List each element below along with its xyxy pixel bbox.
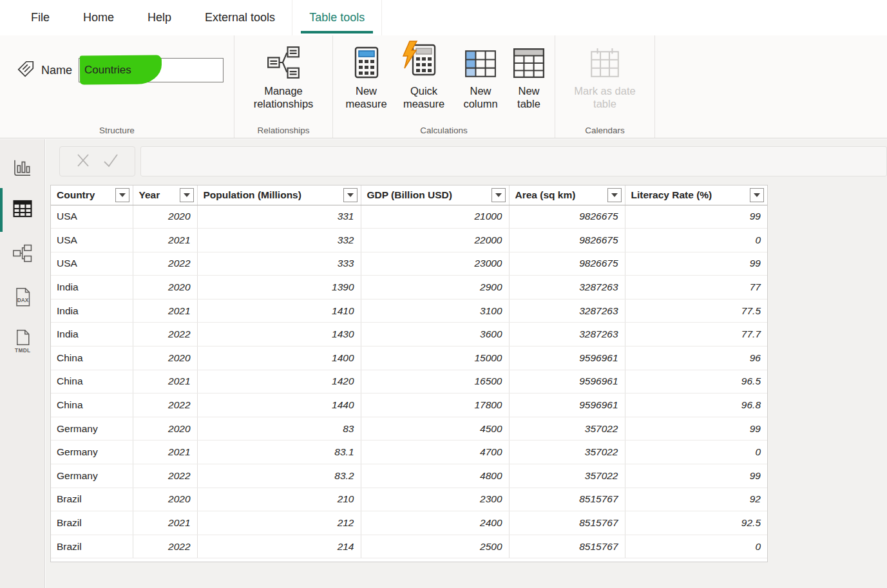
cell-value[interactable]: 23000 xyxy=(361,252,509,276)
cell-value[interactable]: 96 xyxy=(625,346,767,370)
cell-value[interactable]: 2020 xyxy=(133,205,197,229)
sidebar-item-tmdl-view[interactable]: TMDL xyxy=(0,328,44,357)
column-header-year[interactable]: Year xyxy=(133,185,197,205)
cell-value[interactable]: 99 xyxy=(625,464,767,488)
quick-measure-button[interactable]: Quick measure xyxy=(396,44,452,110)
cell-value[interactable]: 2021 xyxy=(133,511,197,535)
cell-country[interactable]: China xyxy=(51,346,133,370)
cancel-x-icon[interactable] xyxy=(75,152,91,171)
cell-value[interactable]: 8515767 xyxy=(509,488,625,511)
cell-value[interactable]: 2020 xyxy=(133,346,197,370)
mark-as-date-table-button[interactable]: Mark as date table xyxy=(565,44,645,110)
cell-value[interactable]: 357022 xyxy=(509,464,625,488)
sidebar-item-dax-query-view[interactable]: DAX xyxy=(0,285,44,313)
cell-value[interactable]: 99 xyxy=(625,205,767,229)
cell-value[interactable]: 92 xyxy=(625,488,767,511)
cell-value[interactable]: 212 xyxy=(197,511,361,535)
cell-country[interactable]: China xyxy=(51,394,133,417)
column-header-area[interactable]: Area (sq km) xyxy=(509,185,625,205)
cell-value[interactable]: 333 xyxy=(197,252,361,276)
sidebar-item-report-view[interactable] xyxy=(0,155,44,183)
tab-home[interactable]: Home xyxy=(66,0,131,35)
cell-value[interactable]: 21000 xyxy=(361,205,509,229)
cell-value[interactable]: 2022 xyxy=(133,252,197,276)
sidebar-item-data-view[interactable] xyxy=(0,196,44,224)
cell-value[interactable]: 9826675 xyxy=(509,252,625,276)
cell-value[interactable]: 1440 xyxy=(197,394,361,417)
cell-value[interactable]: 9596961 xyxy=(509,394,625,417)
cell-value[interactable]: 3287263 xyxy=(509,323,625,346)
cell-value[interactable]: 2021 xyxy=(133,229,197,252)
cell-value[interactable]: 1430 xyxy=(197,323,361,346)
formula-bar-input[interactable] xyxy=(140,146,887,176)
cell-value[interactable]: 357022 xyxy=(509,417,625,441)
cell-value[interactable]: 0 xyxy=(625,441,767,464)
cell-country[interactable]: Germany xyxy=(51,464,133,488)
cell-value[interactable]: 83.1 xyxy=(197,441,361,464)
cell-value[interactable]: 2021 xyxy=(133,370,197,394)
new-measure-button[interactable]: New measure xyxy=(339,44,394,110)
cell-value[interactable]: 96.8 xyxy=(625,394,767,417)
cell-value[interactable]: 3600 xyxy=(361,323,509,346)
column-header-population[interactable]: Population (Millions) xyxy=(197,185,361,205)
sidebar-item-model-view[interactable] xyxy=(0,241,44,269)
cell-value[interactable]: 2020 xyxy=(133,417,197,441)
cell-country[interactable]: India xyxy=(51,299,133,323)
cell-value[interactable]: 1420 xyxy=(197,370,361,394)
cell-value[interactable]: 3287263 xyxy=(509,299,625,323)
cell-country[interactable]: USA xyxy=(51,229,133,252)
cell-value[interactable]: 9826675 xyxy=(509,205,625,229)
cell-country[interactable]: USA xyxy=(51,205,133,229)
cell-value[interactable]: 16500 xyxy=(361,370,509,394)
commit-check-icon[interactable] xyxy=(102,152,120,171)
new-table-button[interactable]: New table xyxy=(509,44,549,110)
cell-value[interactable]: 77.7 xyxy=(625,323,767,346)
cell-value[interactable]: 2022 xyxy=(133,464,197,488)
tab-external-tools[interactable]: External tools xyxy=(188,0,292,35)
cell-value[interactable]: 77.5 xyxy=(625,299,767,323)
manage-relationships-button[interactable]: Manage relationships xyxy=(241,44,326,110)
cell-country[interactable]: Germany xyxy=(51,441,133,464)
cell-country[interactable]: USA xyxy=(51,252,133,276)
cell-value[interactable]: 1400 xyxy=(197,346,361,370)
filter-dropdown-button[interactable] xyxy=(115,188,129,202)
cell-country[interactable]: Germany xyxy=(51,417,133,441)
cell-value[interactable]: 9596961 xyxy=(509,346,625,370)
cell-value[interactable]: 4500 xyxy=(361,417,509,441)
cell-value[interactable]: 2020 xyxy=(133,276,197,299)
cell-value[interactable]: 2500 xyxy=(361,535,509,558)
cell-value[interactable]: 8515767 xyxy=(509,511,625,535)
filter-dropdown-button[interactable] xyxy=(491,188,506,202)
cell-value[interactable]: 3287263 xyxy=(509,276,625,299)
cell-value[interactable]: 92.5 xyxy=(625,511,767,535)
tab-table-tools[interactable]: Table tools xyxy=(292,0,382,35)
cell-value[interactable]: 8515767 xyxy=(509,535,625,558)
cell-country[interactable]: Brazil xyxy=(51,535,133,558)
cell-value[interactable]: 83.2 xyxy=(197,464,361,488)
column-header-gdp[interactable]: GDP (Billion USD) xyxy=(361,185,509,205)
cell-value[interactable]: 3100 xyxy=(361,299,509,323)
cell-value[interactable]: 1410 xyxy=(197,299,361,323)
cell-value[interactable]: 210 xyxy=(197,488,361,511)
tab-file[interactable]: File xyxy=(14,0,66,35)
column-header-country[interactable]: Country xyxy=(51,185,133,205)
new-column-button[interactable]: New column xyxy=(454,44,507,110)
cell-country[interactable]: India xyxy=(51,276,133,299)
cell-value[interactable]: 1390 xyxy=(197,276,361,299)
cell-value[interactable]: 4800 xyxy=(361,464,509,488)
filter-dropdown-button[interactable] xyxy=(607,188,622,202)
filter-dropdown-button[interactable] xyxy=(343,188,358,202)
cell-value[interactable]: 15000 xyxy=(361,346,509,370)
cell-country[interactable]: Brazil xyxy=(51,488,133,511)
cell-value[interactable]: 2021 xyxy=(133,299,197,323)
cell-value[interactable]: 2020 xyxy=(133,488,197,511)
cell-value[interactable]: 9826675 xyxy=(509,229,625,252)
cell-value[interactable]: 332 xyxy=(197,229,361,252)
cell-country[interactable]: India xyxy=(51,323,133,346)
cell-value[interactable]: 357022 xyxy=(509,441,625,464)
cell-value[interactable]: 214 xyxy=(197,535,361,558)
cell-value[interactable]: 2900 xyxy=(361,276,509,299)
cell-value[interactable]: 2300 xyxy=(361,488,509,511)
cell-value[interactable]: 2022 xyxy=(133,394,197,417)
cell-value[interactable]: 83 xyxy=(197,417,361,441)
